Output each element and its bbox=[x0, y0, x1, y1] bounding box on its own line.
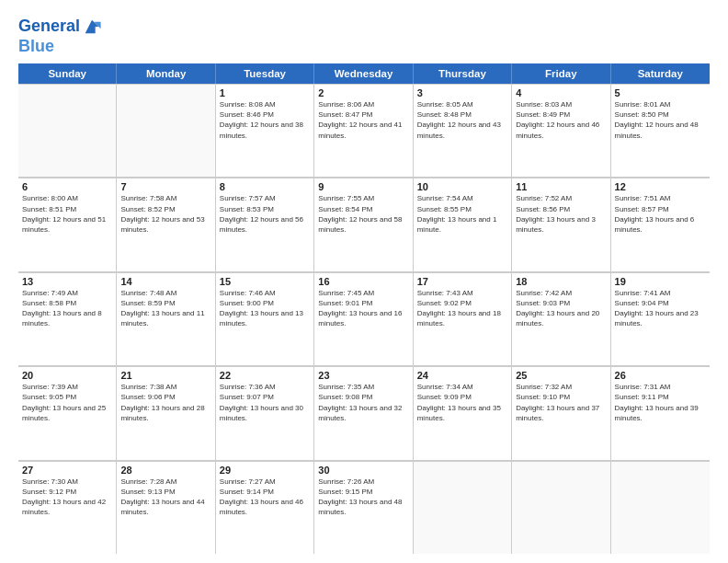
day-cell-1: 1 Sunrise: 8:08 AM Sunset: 8:46 PM Dayli… bbox=[216, 84, 314, 177]
logo: General Blue bbox=[18, 17, 102, 56]
day-number: 11 bbox=[516, 181, 606, 192]
day-cell-3: 3 Sunrise: 8:05 AM Sunset: 8:48 PM Dayli… bbox=[414, 84, 512, 177]
day-info: Sunrise: 7:55 AM Sunset: 8:54 PM Dayligh… bbox=[318, 193, 408, 235]
day-number: 25 bbox=[516, 370, 606, 381]
day-number: 3 bbox=[417, 87, 507, 98]
day-header-saturday: Saturday bbox=[611, 63, 710, 84]
day-info: Sunrise: 7:35 AM Sunset: 9:08 PM Dayligh… bbox=[318, 382, 408, 423]
day-cell-28: 28 Sunrise: 7:28 AM Sunset: 9:13 PM Dayl… bbox=[117, 461, 215, 554]
page: General Blue SundayMondayTuesdayWednesda… bbox=[0, 0, 728, 563]
day-number: 2 bbox=[318, 87, 408, 98]
day-cell-30: 30 Sunrise: 7:26 AM Sunset: 9:15 PM Dayl… bbox=[314, 461, 413, 554]
day-cell-29: 29 Sunrise: 7:27 AM Sunset: 9:14 PM Dayl… bbox=[216, 461, 314, 554]
day-cell-10: 10 Sunrise: 7:54 AM Sunset: 8:55 PM Dayl… bbox=[414, 178, 512, 270]
day-info: Sunrise: 8:01 AM Sunset: 8:50 PM Dayligh… bbox=[615, 99, 706, 141]
day-number: 19 bbox=[615, 276, 706, 287]
day-info: Sunrise: 7:34 AM Sunset: 9:09 PM Dayligh… bbox=[417, 382, 507, 423]
logo-text: General bbox=[18, 17, 80, 36]
day-cell-14: 14 Sunrise: 7:48 AM Sunset: 8:59 PM Dayl… bbox=[117, 272, 215, 365]
day-info: Sunrise: 7:45 AM Sunset: 9:01 PM Dayligh… bbox=[318, 288, 408, 329]
day-cell-21: 21 Sunrise: 7:38 AM Sunset: 9:06 PM Dayl… bbox=[117, 366, 215, 459]
day-cell-25: 25 Sunrise: 7:32 AM Sunset: 9:10 PM Dayl… bbox=[512, 366, 610, 459]
day-number: 27 bbox=[22, 465, 112, 476]
day-number: 16 bbox=[318, 276, 408, 287]
day-info: Sunrise: 7:46 AM Sunset: 9:00 PM Dayligh… bbox=[220, 288, 310, 329]
calendar-row-2: 13 Sunrise: 7:49 AM Sunset: 8:58 PM Dayl… bbox=[18, 272, 710, 366]
day-cell-24: 24 Sunrise: 7:34 AM Sunset: 9:09 PM Dayl… bbox=[414, 366, 512, 459]
calendar-row-0: 1 Sunrise: 8:08 AM Sunset: 8:46 PM Dayli… bbox=[18, 84, 710, 178]
day-info: Sunrise: 8:08 AM Sunset: 8:46 PM Dayligh… bbox=[220, 99, 310, 141]
day-number: 24 bbox=[417, 370, 507, 381]
day-number: 28 bbox=[120, 465, 210, 476]
day-info: Sunrise: 7:52 AM Sunset: 8:56 PM Dayligh… bbox=[516, 193, 606, 235]
day-number: 9 bbox=[318, 181, 408, 192]
empty-cell bbox=[414, 461, 512, 554]
day-number: 10 bbox=[417, 181, 507, 192]
day-number: 7 bbox=[120, 181, 210, 192]
day-info: Sunrise: 7:48 AM Sunset: 8:59 PM Dayligh… bbox=[120, 288, 210, 329]
day-header-wednesday: Wednesday bbox=[314, 63, 413, 84]
day-info: Sunrise: 7:54 AM Sunset: 8:55 PM Dayligh… bbox=[417, 193, 507, 235]
day-number: 18 bbox=[516, 276, 606, 287]
day-number: 14 bbox=[120, 276, 210, 287]
day-cell-26: 26 Sunrise: 7:31 AM Sunset: 9:11 PM Dayl… bbox=[611, 366, 710, 459]
calendar-row-4: 27 Sunrise: 7:30 AM Sunset: 9:12 PM Dayl… bbox=[18, 461, 710, 554]
calendar-row-3: 20 Sunrise: 7:39 AM Sunset: 9:05 PM Dayl… bbox=[18, 366, 710, 460]
day-number: 20 bbox=[22, 370, 112, 381]
day-cell-4: 4 Sunrise: 8:03 AM Sunset: 8:49 PM Dayli… bbox=[512, 84, 610, 177]
day-info: Sunrise: 8:05 AM Sunset: 8:48 PM Dayligh… bbox=[417, 99, 507, 141]
day-number: 22 bbox=[220, 370, 310, 381]
day-info: Sunrise: 7:39 AM Sunset: 9:05 PM Dayligh… bbox=[22, 382, 112, 423]
day-info: Sunrise: 7:26 AM Sunset: 9:15 PM Dayligh… bbox=[318, 477, 408, 518]
day-cell-22: 22 Sunrise: 7:36 AM Sunset: 9:07 PM Dayl… bbox=[216, 366, 314, 459]
calendar-header: SundayMondayTuesdayWednesdayThursdayFrid… bbox=[18, 63, 710, 84]
day-number: 13 bbox=[22, 276, 112, 287]
day-header-tuesday: Tuesday bbox=[216, 63, 314, 84]
day-cell-20: 20 Sunrise: 7:39 AM Sunset: 9:05 PM Dayl… bbox=[18, 366, 117, 459]
day-number: 8 bbox=[220, 181, 310, 192]
header: General Blue bbox=[18, 17, 710, 56]
day-cell-7: 7 Sunrise: 7:58 AM Sunset: 8:52 PM Dayli… bbox=[117, 178, 215, 270]
day-number: 15 bbox=[220, 276, 310, 287]
day-number: 1 bbox=[220, 87, 310, 98]
day-header-thursday: Thursday bbox=[414, 63, 512, 84]
day-info: Sunrise: 8:06 AM Sunset: 8:47 PM Dayligh… bbox=[318, 99, 408, 141]
day-info: Sunrise: 7:31 AM Sunset: 9:11 PM Dayligh… bbox=[615, 382, 706, 423]
day-cell-16: 16 Sunrise: 7:45 AM Sunset: 9:01 PM Dayl… bbox=[314, 272, 413, 365]
calendar: SundayMondayTuesdayWednesdayThursdayFrid… bbox=[18, 63, 710, 554]
day-cell-23: 23 Sunrise: 7:35 AM Sunset: 9:08 PM Dayl… bbox=[314, 366, 413, 459]
day-header-sunday: Sunday bbox=[18, 63, 117, 84]
day-info: Sunrise: 7:30 AM Sunset: 9:12 PM Dayligh… bbox=[22, 477, 112, 518]
logo-icon bbox=[82, 17, 102, 37]
day-cell-18: 18 Sunrise: 7:42 AM Sunset: 9:03 PM Dayl… bbox=[512, 272, 610, 365]
day-number: 29 bbox=[220, 465, 310, 476]
day-cell-12: 12 Sunrise: 7:51 AM Sunset: 8:57 PM Dayl… bbox=[611, 178, 710, 270]
day-header-monday: Monday bbox=[117, 63, 215, 84]
day-info: Sunrise: 7:57 AM Sunset: 8:53 PM Dayligh… bbox=[220, 193, 310, 235]
day-number: 23 bbox=[318, 370, 408, 381]
day-info: Sunrise: 7:42 AM Sunset: 9:03 PM Dayligh… bbox=[516, 288, 606, 329]
calendar-body: 1 Sunrise: 8:08 AM Sunset: 8:46 PM Dayli… bbox=[18, 84, 710, 554]
empty-cell bbox=[611, 461, 710, 554]
day-info: Sunrise: 7:32 AM Sunset: 9:10 PM Dayligh… bbox=[516, 382, 606, 423]
day-info: Sunrise: 7:51 AM Sunset: 8:57 PM Dayligh… bbox=[615, 193, 706, 235]
day-info: Sunrise: 8:03 AM Sunset: 8:49 PM Dayligh… bbox=[516, 99, 606, 141]
day-number: 21 bbox=[120, 370, 210, 381]
day-info: Sunrise: 7:49 AM Sunset: 8:58 PM Dayligh… bbox=[22, 288, 112, 329]
day-cell-17: 17 Sunrise: 7:43 AM Sunset: 9:02 PM Dayl… bbox=[414, 272, 512, 365]
day-info: Sunrise: 7:36 AM Sunset: 9:07 PM Dayligh… bbox=[220, 382, 310, 423]
day-cell-6: 6 Sunrise: 8:00 AM Sunset: 8:51 PM Dayli… bbox=[18, 178, 117, 270]
day-number: 6 bbox=[22, 181, 112, 192]
empty-cell bbox=[117, 84, 215, 177]
day-number: 4 bbox=[516, 87, 606, 98]
day-number: 17 bbox=[417, 276, 507, 287]
day-info: Sunrise: 7:38 AM Sunset: 9:06 PM Dayligh… bbox=[120, 382, 210, 423]
day-number: 30 bbox=[318, 465, 408, 476]
day-cell-8: 8 Sunrise: 7:57 AM Sunset: 8:53 PM Dayli… bbox=[216, 178, 314, 270]
day-info: Sunrise: 7:27 AM Sunset: 9:14 PM Dayligh… bbox=[220, 477, 310, 518]
day-cell-15: 15 Sunrise: 7:46 AM Sunset: 9:00 PM Dayl… bbox=[216, 272, 314, 365]
day-number: 26 bbox=[615, 370, 706, 381]
day-cell-13: 13 Sunrise: 7:49 AM Sunset: 8:58 PM Dayl… bbox=[18, 272, 117, 365]
day-info: Sunrise: 7:41 AM Sunset: 9:04 PM Dayligh… bbox=[615, 288, 706, 329]
day-cell-9: 9 Sunrise: 7:55 AM Sunset: 8:54 PM Dayli… bbox=[314, 178, 413, 270]
